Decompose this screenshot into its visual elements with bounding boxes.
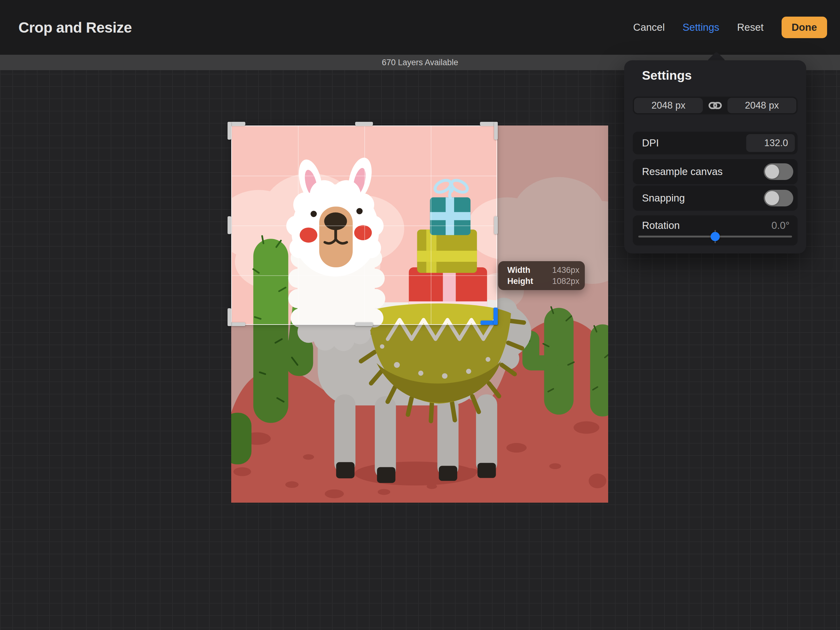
crop-handle-top-right[interactable] — [494, 122, 498, 140]
height-input[interactable]: 2048 px — [728, 98, 796, 113]
crop-handle-left-mid[interactable] — [227, 216, 231, 234]
done-button[interactable]: Done — [782, 17, 827, 38]
canvas-size-row: 2048 px 2048 px — [633, 97, 797, 114]
crop-gridline — [431, 126, 431, 324]
crop-selection[interactable] — [231, 125, 497, 325]
cancel-button[interactable]: Cancel — [633, 22, 665, 33]
settings-popover: Settings 2048 px 2048 px DPI 132.0 Resam… — [624, 60, 806, 253]
layers-available-text: 670 Layers Available — [382, 58, 458, 67]
tooltip-width-label: Width — [507, 266, 552, 275]
link-dimensions-button[interactable] — [703, 101, 728, 111]
settings-title: Settings — [642, 68, 692, 83]
crop-handle-bottom-left[interactable] — [227, 308, 231, 326]
crop-size-tooltip: Width 1436px Height 1082px — [498, 261, 585, 290]
crop-handle-top-mid[interactable] — [355, 122, 373, 125]
rotation-value: 0.0° — [771, 220, 789, 231]
rotation-row: Rotation 0.0° — [633, 215, 797, 245]
page-title: Crop and Resize — [19, 0, 132, 55]
crop-gridline — [232, 275, 497, 276]
resample-canvas-toggle[interactable] — [764, 163, 793, 180]
tooltip-width-value: 1436px — [552, 266, 585, 275]
crop-gridline — [232, 176, 497, 176]
dpi-input[interactable]: 132.0 — [746, 134, 795, 152]
top-bar-actions: Cancel Settings Reset Done — [633, 0, 827, 55]
crop-gridline — [232, 225, 497, 226]
tooltip-height-value: 1082px — [552, 277, 585, 286]
crop-handle-bottom-mid[interactable] — [355, 322, 373, 326]
snapping-toggle[interactable] — [764, 190, 793, 206]
snapping-label: Snapping — [642, 185, 685, 211]
width-input[interactable]: 2048 px — [634, 98, 703, 113]
reset-button[interactable]: Reset — [737, 22, 763, 33]
dpi-label: DPI — [642, 131, 659, 154]
tooltip-height-label: Height — [507, 277, 552, 286]
crop-handle-top-left[interactable] — [227, 122, 231, 140]
crop-gridline — [364, 126, 365, 324]
crop-and-resize-screen: Width 1436px Height 1082px Crop and Resi… — [0, 0, 840, 630]
snapping-row: Snapping — [633, 185, 797, 211]
resample-canvas-row: Resample canvas — [633, 159, 797, 184]
toggle-knob — [765, 191, 779, 205]
resample-canvas-label: Resample canvas — [642, 159, 723, 184]
crop-handle-bottom-right-active[interactable] — [494, 308, 498, 325]
toggle-knob — [765, 165, 779, 179]
crop-gridline — [298, 126, 298, 324]
settings-button[interactable]: Settings — [682, 22, 719, 33]
dpi-row: DPI 132.0 — [633, 131, 797, 154]
link-icon — [708, 101, 722, 111]
crop-handle-right-mid[interactable] — [494, 216, 498, 234]
rotation-label: Rotation — [642, 220, 680, 231]
top-bar: Crop and Resize Cancel Settings Reset Do… — [0, 0, 840, 55]
rotation-slider-thumb[interactable] — [711, 232, 720, 241]
